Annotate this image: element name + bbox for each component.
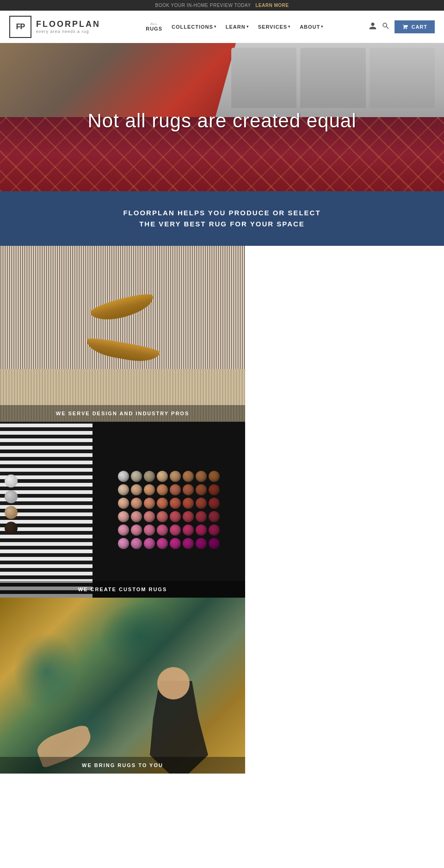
pom-1-2 xyxy=(144,484,155,495)
nav-collections[interactable]: COLLECTIONS ▾ xyxy=(172,24,216,30)
pom-row-5 xyxy=(118,538,220,549)
right-white-3 xyxy=(245,598,444,774)
nav-links: ALL RUGS COLLECTIONS ▾ LEARN ▾ SERVICES … xyxy=(141,22,328,31)
nav-group-services: SERVICES ▾ xyxy=(258,24,290,30)
pom-3-1 xyxy=(131,511,142,522)
collections-arrow: ▾ xyxy=(214,25,216,29)
pom-left-3 xyxy=(5,506,18,519)
info-section: FLOORPLAN HELPS YOU PRODUCE OR SELECT TH… xyxy=(0,191,444,246)
pom-0-6 xyxy=(196,471,207,482)
pom-3-6 xyxy=(196,511,207,522)
pom-row-4 xyxy=(118,525,220,536)
info-line2: THE VERY BEST RUG FOR YOUR SPACE xyxy=(139,220,305,228)
pom-2-7 xyxy=(209,498,220,509)
pom-2-5 xyxy=(183,498,194,509)
pom-4-0 xyxy=(118,525,129,536)
pom-1-5 xyxy=(183,484,194,495)
inspection-image-container: WE BRING RUGS TO YOU xyxy=(0,598,245,774)
announcement-link[interactable]: LEARN MORE xyxy=(255,3,289,8)
pom-0-3 xyxy=(157,471,168,482)
account-icon xyxy=(369,22,377,30)
inspection-image xyxy=(0,598,245,774)
nav-icons: CART xyxy=(369,20,435,33)
pom-5-1 xyxy=(131,538,142,549)
right-white-2 xyxy=(245,422,444,598)
nav-rugs[interactable]: RUGS xyxy=(146,26,162,31)
pom-left-1 xyxy=(5,475,18,487)
pom-0-4 xyxy=(170,471,181,482)
pom-0-0 xyxy=(118,471,129,482)
pom-5-5 xyxy=(183,538,194,549)
pom-3-5 xyxy=(183,511,194,522)
feature-bring-rugs: WE BRING RUGS TO YOU xyxy=(0,598,444,774)
announcement-text: BOOK YOUR IN-HOME PREVIEW TODAY xyxy=(155,3,251,8)
pom-2-1 xyxy=(131,498,142,509)
pom-4-5 xyxy=(183,525,194,536)
logo-box: FP xyxy=(9,16,31,38)
hero-title: Not all rugs are created equal xyxy=(88,110,357,132)
poms-tray xyxy=(92,422,245,598)
pom-5-4 xyxy=(170,538,181,549)
poms-image xyxy=(0,422,245,598)
feature-design-pros: WE SERVE DESIGN AND INDUSTRY PROS xyxy=(0,246,444,422)
pom-1-1 xyxy=(131,484,142,495)
pom-5-7 xyxy=(209,538,220,549)
pom-1-0 xyxy=(118,484,129,495)
cushion-2 xyxy=(300,48,365,108)
about-arrow: ▾ xyxy=(321,25,323,29)
pom-row-1 xyxy=(118,484,220,495)
nav-learn[interactable]: LEARN ▾ xyxy=(226,24,249,30)
pom-2-3 xyxy=(157,498,168,509)
pom-4-4 xyxy=(170,525,181,536)
nav-services[interactable]: SERVICES ▾ xyxy=(258,24,290,30)
pom-left-4 xyxy=(5,522,18,535)
pom-4-6 xyxy=(196,525,207,536)
pom-4-7 xyxy=(209,525,220,536)
person-head xyxy=(157,667,190,699)
hero-cushions xyxy=(231,43,444,108)
account-button[interactable] xyxy=(369,22,377,32)
pom-left-2 xyxy=(5,490,18,503)
pom-5-6 xyxy=(196,538,207,549)
person-kneeling xyxy=(134,644,217,774)
poms-grid xyxy=(111,464,227,556)
pom-3-3 xyxy=(157,511,168,522)
pom-3-7 xyxy=(209,511,220,522)
pom-0-1 xyxy=(131,471,142,482)
pom-1-3 xyxy=(157,484,168,495)
pom-5-3 xyxy=(157,538,168,549)
feature-custom-rugs: WE CREATE CUSTOM RUGS xyxy=(0,422,444,598)
pom-1-7 xyxy=(209,484,220,495)
nav-about[interactable]: ABOUT ▾ xyxy=(300,24,323,30)
pom-2-6 xyxy=(196,498,207,509)
pom-1-4 xyxy=(170,484,181,495)
nav-label-all: ALL xyxy=(150,22,158,26)
cart-icon xyxy=(402,24,408,30)
pom-4-2 xyxy=(144,525,155,536)
weaving-image xyxy=(0,246,245,422)
feature-label-bring-rugs: WE BRING RUGS TO YOU xyxy=(0,757,245,774)
cart-button[interactable]: CART xyxy=(395,20,435,33)
poms-image-container: WE CREATE CUSTOM RUGS xyxy=(0,422,245,598)
left-poms xyxy=(5,475,18,535)
learn-arrow: ▾ xyxy=(247,25,249,29)
logo-area[interactable]: FP FLOORPLAN every area needs a rug xyxy=(9,16,100,38)
pom-row-3 xyxy=(118,511,220,522)
right-white-1 xyxy=(245,246,444,422)
pom-5-2 xyxy=(144,538,155,549)
cart-label: CART xyxy=(411,24,427,30)
logo-name: FLOORPLAN xyxy=(36,19,100,29)
search-icon xyxy=(382,22,390,30)
pom-row-0 xyxy=(118,471,220,482)
hero-section: Not all rugs are created equal xyxy=(0,43,444,191)
nav-group-about: ABOUT ▾ xyxy=(300,24,323,30)
pom-0-5 xyxy=(183,471,194,482)
info-line1: FLOORPLAN HELPS YOU PRODUCE OR SELECT xyxy=(123,209,321,217)
pom-3-2 xyxy=(144,511,155,522)
weaving-image-container: WE SERVE DESIGN AND INDUSTRY PROS xyxy=(0,246,245,422)
pom-0-2 xyxy=(144,471,155,482)
services-arrow: ▾ xyxy=(288,25,290,29)
pom-2-0 xyxy=(118,498,129,509)
search-button[interactable] xyxy=(382,22,390,32)
logo-initials: FP xyxy=(16,23,25,31)
